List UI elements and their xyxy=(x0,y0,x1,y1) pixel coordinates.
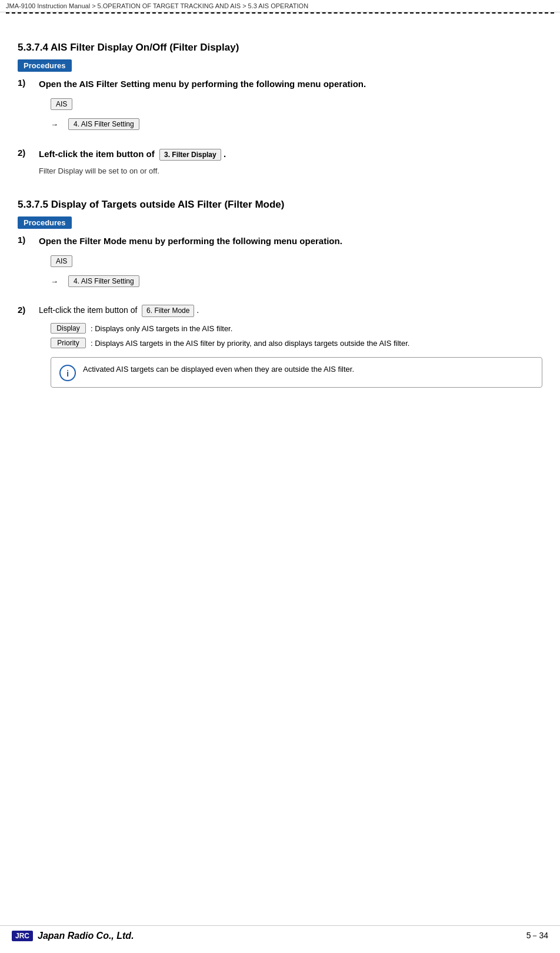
step-1-menu-flow: AIS → 4. AIS Filter Setting xyxy=(51,96,542,132)
step-2-desc-suffix: . xyxy=(224,149,226,159)
step-4-desc-prefix: Left-click the item button of xyxy=(39,306,137,315)
info-box: i Activated AIS targets can be displayed… xyxy=(51,357,542,388)
section-5375: 5.3.7.5 Display of Targets outside AIS F… xyxy=(18,199,542,396)
step-2-number: 2) xyxy=(18,148,39,158)
step-2-desc: Left-click the item button of 3. Filter … xyxy=(39,148,542,161)
step-3-menu-flow: AIS → 4. AIS Filter Setting xyxy=(51,253,542,289)
step-3-number: 1) xyxy=(18,235,39,245)
arrow-1: → xyxy=(51,120,62,129)
display-btn-row: Display : Displays only AIS targets in t… xyxy=(51,323,542,335)
breadcrumb: JMA-9100 Instruction Manual > 5.OPERATIO… xyxy=(0,0,560,12)
info-text: Activated AIS targets can be displayed e… xyxy=(83,364,534,375)
step-2-item: 2) Left-click the item button of 3. Filt… xyxy=(18,148,542,175)
section-5374-steps: 1) Open the AIS Filter Setting menu by p… xyxy=(18,78,542,175)
step-4-number: 2) xyxy=(18,305,39,315)
step-1-menu-row-1: AIS xyxy=(51,96,542,112)
procedures-badge-2: Procedures xyxy=(18,216,72,229)
arrow-2: → xyxy=(51,277,62,286)
step-2-content: Left-click the item button of 3. Filter … xyxy=(39,148,542,175)
footer: JRC Japan Radio Co., Ltd. 5－34 xyxy=(0,925,560,941)
footer-logo: JRC Japan Radio Co., Ltd. xyxy=(12,931,134,941)
display-btn-label[interactable]: Display xyxy=(51,323,86,334)
ais-button-1[interactable]: AIS xyxy=(51,98,72,110)
step-1-menu-row-2: → 4. AIS Filter Setting xyxy=(51,116,542,132)
step-3-desc: Open the Filter Mode menu by performing … xyxy=(39,235,542,247)
step-1-number: 1) xyxy=(18,78,39,88)
section-5375-heading: 5.3.7.5 Display of Targets outside AIS F… xyxy=(18,199,542,211)
footer-company-name: Japan Radio Co., Ltd. xyxy=(38,931,134,941)
step-1-desc: Open the AIS Filter Setting menu by perf… xyxy=(39,78,542,90)
priority-btn-row: Priority : Displays AIS targets in the A… xyxy=(51,338,542,349)
priority-btn-desc: : Displays AIS targets in the AIS filter… xyxy=(91,338,542,349)
footer-page-number: 5－34 xyxy=(526,931,548,941)
step-1-content: Open the AIS Filter Setting menu by perf… xyxy=(39,78,542,138)
ais-button-2[interactable]: AIS xyxy=(51,255,72,267)
filter-mode-button[interactable]: 6. Filter Mode xyxy=(142,305,194,317)
info-icon: i xyxy=(59,365,76,381)
step-4-desc-suffix: . xyxy=(196,306,199,315)
step-4-item: 2) Left-click the item button of 6. Filt… xyxy=(18,305,542,396)
footer-jrc-label: JRC xyxy=(12,931,33,941)
ais-filter-setting-button-1[interactable]: 4. AIS Filter Setting xyxy=(68,118,139,130)
filter-display-button[interactable]: 3. Filter Display xyxy=(159,149,221,161)
step-4-desc: Left-click the item button of 6. Filter … xyxy=(39,305,542,317)
step-3-menu-row-1: AIS xyxy=(51,253,542,269)
step-3-item: 1) Open the Filter Mode menu by performi… xyxy=(18,235,542,295)
section-5374-heading: 5.3.7.4 AIS Filter Display On/Off (Filte… xyxy=(18,42,542,54)
step-3-content: Open the Filter Mode menu by performing … xyxy=(39,235,542,295)
ais-filter-setting-button-2[interactable]: 4. AIS Filter Setting xyxy=(68,275,139,287)
step-4-content: Left-click the item button of 6. Filter … xyxy=(39,305,542,396)
step-1-item: 1) Open the AIS Filter Setting menu by p… xyxy=(18,78,542,138)
section-5374: 5.3.7.4 AIS Filter Display On/Off (Filte… xyxy=(18,42,542,175)
section-5375-steps: 1) Open the Filter Mode menu by performi… xyxy=(18,235,542,396)
content-area: 5.3.7.4 AIS Filter Display On/Off (Filte… xyxy=(0,14,560,429)
step-2-note: Filter Display will be set to on or off. xyxy=(39,166,542,175)
display-btn-desc: : Displays only AIS targets in the AIS f… xyxy=(91,323,542,335)
step-3-menu-row-2: → 4. AIS Filter Setting xyxy=(51,273,542,289)
step-2-desc-prefix: Left-click the item button of xyxy=(39,149,155,159)
procedures-badge-1: Procedures xyxy=(18,59,72,72)
page-wrapper: JMA-9100 Instruction Manual > 5.OPERATIO… xyxy=(0,0,560,953)
priority-btn-label[interactable]: Priority xyxy=(51,338,86,348)
